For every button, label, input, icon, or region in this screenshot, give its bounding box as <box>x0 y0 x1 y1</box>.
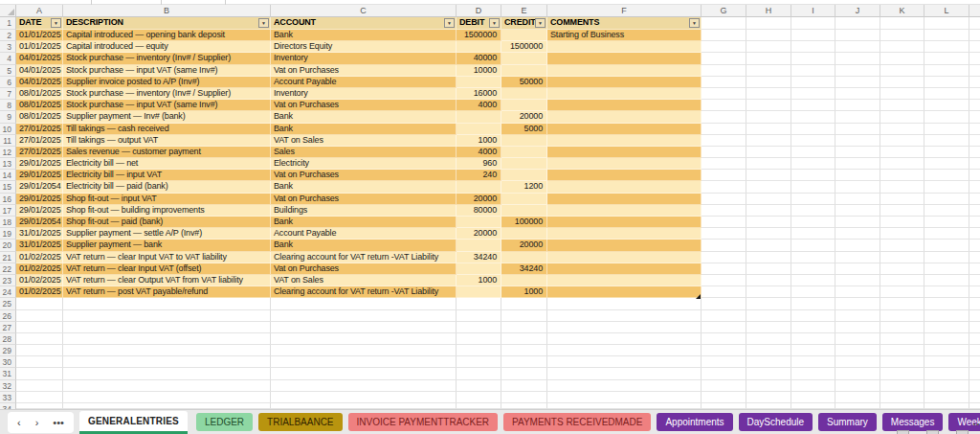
cell-J25[interactable] <box>835 298 880 309</box>
cell-G32[interactable] <box>702 380 746 392</box>
cell-J14[interactable] <box>835 170 880 181</box>
cell-E5[interactable] <box>501 65 547 77</box>
cell-C5[interactable]: Vat on Purchases <box>271 65 457 77</box>
row-header-5[interactable]: 5 <box>0 65 16 77</box>
cell-D8[interactable]: 4000 <box>457 100 501 111</box>
header-cell-comments[interactable]: COMMENTS▼ <box>547 17 702 30</box>
cell-J16[interactable] <box>835 194 880 205</box>
row-header-21[interactable]: 21 <box>0 252 16 263</box>
cell-F13[interactable] <box>547 158 702 170</box>
cell-L8[interactable] <box>924 100 969 111</box>
cell-K25[interactable] <box>880 298 924 309</box>
col-header-C[interactable]: C <box>271 5 457 17</box>
cell-H22[interactable] <box>746 263 791 275</box>
cell-B3[interactable]: Capital introduced — equity <box>63 41 271 53</box>
cell-I5[interactable] <box>791 65 835 77</box>
row-header-20[interactable]: 20 <box>0 240 16 251</box>
cell-A18[interactable]: 29/01/2054 <box>16 217 63 228</box>
cell-K34[interactable] <box>880 403 924 409</box>
cell-L16[interactable] <box>924 194 969 205</box>
cell-D12[interactable]: 4000 <box>457 147 501 158</box>
cell-K13[interactable] <box>880 158 924 170</box>
cell-H7[interactable] <box>746 88 791 100</box>
row-header-11[interactable]: 11 <box>0 135 16 147</box>
cell-B11[interactable]: Till takings — output VAT <box>63 135 271 147</box>
cell-H3[interactable] <box>746 41 791 53</box>
cell-H28[interactable] <box>746 333 791 345</box>
cell-J5[interactable] <box>835 65 880 77</box>
cell-L31[interactable] <box>924 368 969 379</box>
cell-H20[interactable] <box>746 240 791 251</box>
cell-A21[interactable]: 01/02/2025 <box>16 252 63 263</box>
cell-G19[interactable] <box>702 228 746 240</box>
tab-overflow-indicator[interactable]: … <box>972 415 980 428</box>
cell-G23[interactable] <box>702 275 746 286</box>
cell-H33[interactable] <box>746 392 791 403</box>
cell-I2[interactable] <box>791 30 835 41</box>
cell-F15[interactable] <box>547 181 702 193</box>
cell-J6[interactable] <box>835 77 880 88</box>
cell-E3[interactable]: 1500000 <box>501 41 547 53</box>
row-header-16[interactable]: 16 <box>0 194 16 205</box>
cell-B22[interactable]: VAT return — clear Input VAT (offset) <box>63 263 271 275</box>
sheet-tab-dayschedule[interactable]: DaySchedule <box>739 413 813 431</box>
row-header-33[interactable]: 33 <box>0 392 16 403</box>
cell-C4[interactable]: Inventory <box>271 53 457 64</box>
cell-J21[interactable] <box>835 252 880 263</box>
view-mode-icon[interactable] <box>897 430 909 434</box>
row-header-7[interactable]: 7 <box>0 88 16 100</box>
cell-L12[interactable] <box>924 147 969 158</box>
row-header-12[interactable]: 12 <box>0 147 16 158</box>
cell-K8[interactable] <box>880 100 924 111</box>
cell-B18[interactable]: Shop fit-out — paid (bank) <box>63 217 271 228</box>
cell-J24[interactable] <box>835 286 880 298</box>
cell-E8[interactable] <box>501 100 547 111</box>
cell-B31[interactable] <box>63 368 271 379</box>
cell-F11[interactable] <box>547 135 702 147</box>
cell-I9[interactable] <box>791 111 835 123</box>
cell-A19[interactable]: 31/01/2025 <box>16 228 63 240</box>
cell-A7[interactable]: 08/01/2025 <box>16 88 63 100</box>
cell-K1[interactable] <box>880 17 924 30</box>
cell-L23[interactable] <box>924 275 969 286</box>
cell-F9[interactable] <box>547 111 702 123</box>
cell-B33[interactable] <box>63 392 271 403</box>
cell-B7[interactable]: Stock purchase — inventory (Inv# / Suppl… <box>63 88 271 100</box>
cell-H9[interactable] <box>746 111 791 123</box>
cell-A17[interactable]: 29/01/2025 <box>16 205 63 217</box>
cell-E11[interactable] <box>501 135 547 147</box>
cell-J22[interactable] <box>835 263 880 275</box>
cell-G15[interactable] <box>702 181 746 193</box>
cell-K19[interactable] <box>880 228 924 240</box>
row-header-4[interactable]: 4 <box>0 53 16 64</box>
row-header-31[interactable]: 31 <box>0 368 16 379</box>
row-header-25[interactable]: 25 <box>0 298 16 309</box>
cell-K4[interactable] <box>880 53 924 64</box>
cell-E7[interactable] <box>501 88 547 100</box>
cell-K16[interactable] <box>880 194 924 205</box>
cell-G10[interactable] <box>702 124 746 135</box>
cell-A28[interactable] <box>16 333 63 345</box>
cell-H8[interactable] <box>746 100 791 111</box>
cell-B30[interactable] <box>63 356 271 368</box>
cell-K14[interactable] <box>880 170 924 181</box>
cell-L19[interactable] <box>924 228 969 240</box>
cell-G27[interactable] <box>702 322 746 333</box>
row-header-2[interactable]: 2 <box>0 30 16 41</box>
cell-C19[interactable]: Account Payable <box>271 228 457 240</box>
cell-F16[interactable] <box>547 194 702 205</box>
cell-K12[interactable] <box>880 147 924 158</box>
cell-C16[interactable]: Vat on Purchases <box>271 194 457 205</box>
sheet-tab-generalentries[interactable]: GENERALENTRIES <box>79 411 188 434</box>
header-cell-description[interactable]: DESCRIPTION▼ <box>63 17 271 30</box>
cell-B24[interactable]: VAT return — post VAT payable/refund <box>63 286 271 298</box>
sheet-tab-messages[interactable]: Messages <box>882 413 944 431</box>
cell-L4[interactable] <box>924 53 969 64</box>
cell-F3[interactable] <box>547 41 702 53</box>
cell-J12[interactable] <box>835 147 880 158</box>
col-header-D[interactable]: D <box>457 5 501 17</box>
cell-D10[interactable] <box>457 124 501 135</box>
cell-E22[interactable]: 34240 <box>501 263 547 275</box>
cell-J23[interactable] <box>835 275 880 286</box>
cell-K23[interactable] <box>880 275 924 286</box>
